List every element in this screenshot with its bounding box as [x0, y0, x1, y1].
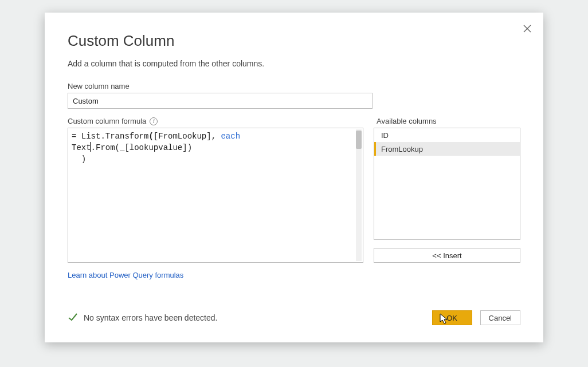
info-icon[interactable]: i: [150, 117, 158, 125]
scrollbar-thumb[interactable]: [356, 131, 362, 149]
ok-button-label: OK: [446, 314, 457, 322]
formula-content: = List.Transform([FromLookup], each Text…: [72, 131, 354, 165]
column-name-label: New column name: [68, 82, 520, 90]
available-column-item-id[interactable]: ID: [374, 128, 520, 142]
cancel-button[interactable]: Cancel: [480, 310, 520, 325]
formula-editor[interactable]: = List.Transform([FromLookup], each Text…: [68, 128, 363, 263]
svg-marker-2: [440, 314, 447, 323]
available-column-label: ID: [381, 131, 389, 140]
formula-label: Custom column formula i: [68, 117, 377, 125]
insert-button[interactable]: << Insert: [374, 248, 520, 263]
available-column-label: FromLookup: [381, 145, 423, 153]
text-caret: [90, 142, 91, 152]
formula-scrollbar[interactable]: [356, 129, 362, 261]
cancel-button-label: Cancel: [489, 314, 512, 322]
available-columns-list[interactable]: ID FromLookup: [374, 128, 520, 240]
check-icon: [68, 312, 78, 324]
available-column-item-fromlookup[interactable]: FromLookup: [374, 142, 520, 156]
column-name-input[interactable]: [68, 93, 373, 109]
syntax-status: No syntax errors have been detected.: [68, 312, 217, 324]
available-columns-label: Available columns: [377, 117, 520, 125]
close-icon: [523, 25, 531, 33]
dialog-subtitle: Add a column that is computed from the o…: [68, 59, 520, 68]
ok-button[interactable]: OK: [432, 310, 472, 325]
close-button[interactable]: [522, 23, 533, 34]
formula-label-text: Custom column formula: [68, 117, 146, 125]
dialog-title: Custom Column: [68, 32, 520, 50]
learn-link[interactable]: Learn about Power Query formulas: [68, 271, 183, 279]
custom-column-dialog: Custom Column Add a column that is compu…: [45, 13, 543, 342]
syntax-status-text: No syntax errors have been detected.: [84, 313, 217, 322]
